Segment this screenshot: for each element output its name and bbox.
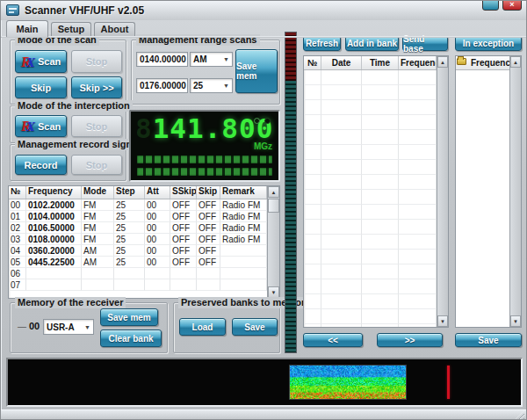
table-row[interactable]: 000102.20000FM2500OFFOFFRadio FM — [9, 199, 267, 211]
table-row[interactable] — [304, 324, 437, 327]
table-row[interactable]: 06 — [9, 268, 267, 279]
table-row[interactable] — [304, 130, 437, 145]
table-cell: OFF — [170, 234, 197, 245]
page-prev-button[interactable]: << — [303, 333, 363, 347]
interception-scan-button[interactable]: RX Scan — [15, 115, 67, 137]
table-row[interactable] — [304, 175, 437, 190]
table-cell — [304, 294, 321, 309]
range-save-mem-button[interactable]: Save mem — [235, 49, 278, 93]
scan-button-label: Scan — [38, 121, 61, 132]
table-row[interactable] — [304, 205, 437, 220]
table-row[interactable]: 020106.50000FM2500OFFOFFRadio FM — [9, 222, 267, 234]
table-row[interactable] — [304, 145, 437, 160]
table-cell: OFF — [170, 199, 197, 211]
table-row[interactable]: 040360.20000AM2500OFFOFF — [9, 245, 267, 257]
scan-stop-button[interactable]: Stop — [71, 50, 122, 73]
title-bar[interactable]: Scanner VHF/UHF v2.05 × — [1, 1, 526, 20]
step-select[interactable]: 25 ▼ — [190, 78, 233, 93]
column-header: № — [304, 56, 321, 69]
send-base-button[interactable]: Send base — [402, 36, 448, 51]
resize-grip[interactable] — [515, 410, 524, 420]
memory-table-scrollbar[interactable]: ▲ ▼ — [267, 186, 279, 298]
add-in-bank-button[interactable]: Add in bank — [345, 36, 399, 51]
exception-table-scrollbar[interactable]: ▲ ▼ — [509, 56, 521, 327]
bank-dash: — — [18, 322, 26, 331]
table-row[interactable] — [304, 309, 437, 324]
table-row[interactable] — [304, 160, 437, 175]
group-range-scans: Management range scans 0140.00000 AM ▼ 0… — [131, 40, 280, 105]
exception-column-title: Frequency — [469, 56, 509, 69]
scan-log-table: №DateTimeFrequency ▲ ▼ — [303, 55, 449, 328]
table-row[interactable]: 07 — [9, 279, 267, 291]
table-row[interactable] — [304, 115, 437, 130]
log-table-scrollbar[interactable]: ▲ ▼ — [437, 56, 448, 327]
table-row[interactable] — [304, 235, 437, 250]
load-button[interactable]: Load — [179, 318, 226, 336]
banks-save-button[interactable]: Save — [232, 318, 278, 336]
scroll-down-icon[interactable]: ▼ — [437, 315, 448, 327]
scrollbar-thumb[interactable] — [268, 199, 279, 213]
table-cell — [362, 190, 399, 205]
table-cell — [145, 268, 170, 279]
table-cell — [304, 279, 321, 294]
table-row[interactable]: 030108.00000FM2500OFFOFFRadio FM — [9, 234, 267, 245]
table-row[interactable] — [304, 190, 437, 205]
memory-save-mem-button[interactable]: Save mem — [100, 308, 158, 326]
in-exception-button[interactable]: In exception — [455, 36, 522, 51]
table-cell — [82, 279, 114, 291]
bank-select[interactable]: USR-A ▼ — [43, 319, 94, 335]
group-title: Memory of the receiver — [15, 297, 126, 308]
range-start-input[interactable]: 0140.00000 — [136, 52, 188, 67]
column-header: Time — [362, 56, 399, 69]
close-button[interactable]: × — [502, 0, 522, 11]
tab-about[interactable]: About — [94, 22, 135, 36]
mode-select[interactable]: AM ▼ — [190, 52, 233, 67]
refresh-button[interactable]: Refresh — [303, 36, 341, 51]
table-cell: 0360.20000 — [26, 245, 82, 257]
scan-button[interactable]: RX Scan — [15, 50, 67, 73]
table-cell: OFF — [197, 199, 220, 211]
table-row[interactable] — [304, 85, 437, 100]
table-row[interactable] — [304, 220, 437, 235]
scroll-up-icon[interactable]: ▲ — [268, 186, 279, 198]
skip-button-label: Skip — [31, 83, 51, 93]
group-mode-of-scan: Mode of the scan RX Scan Stop Skip Skip … — [10, 40, 126, 105]
table-cell — [304, 160, 321, 175]
skip-button[interactable]: Skip — [15, 76, 67, 98]
minimize-button[interactable] — [482, 0, 499, 11]
tab-setup[interactable]: Setup — [51, 22, 91, 36]
table-row[interactable] — [304, 250, 437, 264]
page-next-button[interactable]: >> — [377, 333, 443, 347]
table-cell: OFF — [170, 211, 197, 222]
tab-main[interactable]: Main — [6, 20, 48, 37]
interception-stop-button[interactable]: Stop — [71, 115, 122, 137]
range-end-input[interactable]: 0176.00000 — [136, 78, 188, 93]
table-cell — [362, 250, 399, 264]
record-stop-button[interactable]: Stop — [71, 155, 122, 175]
table-row[interactable] — [304, 279, 437, 294]
log-table-body — [304, 70, 437, 327]
table-cell — [399, 294, 437, 309]
table-cell — [362, 205, 399, 220]
table-cell: FM — [82, 199, 114, 211]
table-cell: OFF — [197, 222, 220, 234]
record-button[interactable]: Record — [15, 155, 67, 175]
scroll-up-icon[interactable]: ▲ — [510, 56, 521, 68]
bank-number: 00 — [29, 321, 40, 331]
table-row[interactable] — [304, 70, 437, 85]
table-row[interactable] — [304, 294, 437, 309]
exception-save-button[interactable]: Save — [455, 333, 522, 347]
log-table-header: №DateTimeFrequency — [304, 56, 437, 70]
table-cell — [362, 70, 399, 85]
table-row[interactable]: 050445.22500AM2500OFFOFF — [9, 257, 267, 268]
table-row[interactable] — [304, 264, 437, 279]
table-row[interactable]: 010104.00000FM2500OFFOFFRadio FM — [9, 211, 267, 222]
table-row[interactable] — [304, 100, 437, 115]
clear-bank-button[interactable]: Clear bank — [100, 329, 162, 347]
skip-forward-button[interactable]: Skip >> — [71, 76, 122, 98]
scroll-down-icon[interactable]: ▼ — [510, 315, 521, 327]
column-header: Att — [145, 186, 170, 199]
scroll-up-icon[interactable]: ▲ — [437, 56, 448, 68]
column-header: Mode — [82, 186, 114, 199]
table-cell — [304, 264, 321, 279]
